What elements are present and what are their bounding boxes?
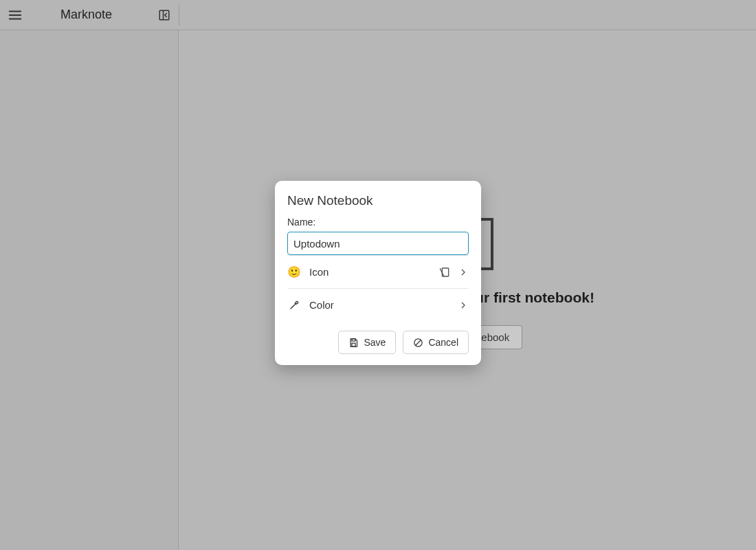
svg-rect-10 <box>352 338 355 340</box>
emoji-icon: 🙂 <box>287 265 301 279</box>
svg-point-9 <box>296 301 298 303</box>
svg-rect-11 <box>352 343 355 346</box>
notebook-outline-icon <box>440 267 451 278</box>
new-notebook-dialog: New Notebook Name: 🙂 Icon <box>275 181 481 365</box>
cancel-button[interactable]: Cancel <box>403 331 469 354</box>
dialog-title: New Notebook <box>287 193 469 208</box>
icon-row[interactable]: 🙂 Icon <box>287 255 469 288</box>
save-button-label: Save <box>364 337 386 348</box>
color-row-label: Color <box>309 299 449 311</box>
cancel-button-label: Cancel <box>428 337 458 348</box>
save-icon <box>348 338 359 348</box>
eyedropper-icon <box>289 300 300 311</box>
save-button[interactable]: Save <box>338 331 396 354</box>
dialog-buttons: Save Cancel <box>287 331 469 354</box>
svg-line-13 <box>416 340 421 345</box>
name-label: Name: <box>287 217 469 228</box>
icon-row-label: Icon <box>309 266 432 278</box>
chevron-right-icon <box>458 267 469 278</box>
chevron-right-icon <box>458 300 469 311</box>
modal-overlay[interactable]: New Notebook Name: 🙂 Icon <box>0 0 756 550</box>
cancel-icon <box>413 338 423 348</box>
color-row[interactable]: Color <box>287 288 469 321</box>
notebook-name-input[interactable] <box>287 232 469 255</box>
